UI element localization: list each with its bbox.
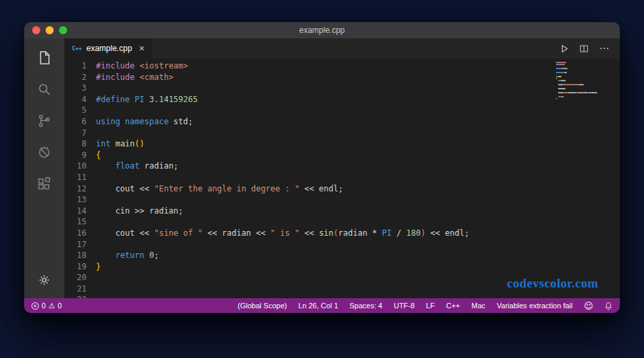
warning-count: 0: [58, 302, 62, 310]
code-line[interactable]: [96, 105, 620, 116]
more-actions-button[interactable]: ⋯: [599, 42, 609, 54]
code-line[interactable]: cout << "Enter the angle in degree : " <…: [96, 183, 620, 195]
line-number: 21: [64, 283, 87, 295]
code-lines[interactable]: #include <iostream>#include <cmath> #def…: [96, 58, 620, 298]
line-number: 11: [64, 172, 87, 183]
code-line[interactable]: [96, 294, 620, 298]
watermark: codevscolor.com: [507, 278, 598, 289]
run-button[interactable]: [560, 44, 569, 53]
status-item[interactable]: Spaces: 4: [350, 302, 382, 310]
search-icon[interactable]: [36, 81, 53, 98]
zoom-window-button[interactable]: [59, 26, 67, 34]
code-line[interactable]: cin >> radian;: [96, 206, 620, 217]
line-number: 20: [64, 272, 87, 283]
settings-gear-icon[interactable]: [36, 271, 53, 289]
problems-indicator[interactable]: ✕ 0 ⚠ 0: [32, 302, 62, 310]
line-number: 13: [64, 194, 87, 206]
code-line[interactable]: {: [96, 150, 620, 161]
source-control-icon[interactable]: [36, 112, 53, 130]
line-numbers: 12345678910111213141516171819202122: [64, 58, 96, 298]
code-line[interactable]: [96, 172, 620, 183]
code-line[interactable]: [96, 128, 620, 139]
tab-close-icon[interactable]: ✕: [139, 44, 145, 53]
editor[interactable]: 12345678910111213141516171819202122 #inc…: [64, 58, 620, 298]
tab-example-cpp[interactable]: C++ example.cpp ✕: [64, 38, 152, 58]
close-window-button[interactable]: [32, 26, 40, 34]
minimap[interactable]: [556, 62, 611, 106]
cpp-file-icon: C++: [72, 45, 82, 52]
warning-icon: ⚠: [48, 302, 55, 310]
traffic-lights: [32, 22, 67, 38]
vscode-window: example.cpp: [24, 22, 620, 313]
line-number: 7: [64, 128, 87, 139]
status-item[interactable]: Variables extraction fail: [497, 302, 573, 310]
tab-label: example.cpp: [87, 44, 132, 53]
error-icon: ✕: [32, 302, 39, 310]
code-line[interactable]: }: [96, 261, 620, 273]
line-number: 4: [64, 94, 87, 105]
status-item[interactable]: C++: [446, 302, 460, 310]
split-editor-button[interactable]: [580, 44, 588, 53]
feedback-smiley-icon[interactable]: ☺: [584, 302, 593, 310]
status-item[interactable]: UTF-8: [394, 302, 415, 310]
code-line[interactable]: #include <cmath>: [96, 72, 620, 83]
code-line[interactable]: [96, 216, 620, 228]
activity-bar: [24, 38, 64, 298]
line-number: 16: [64, 228, 87, 239]
line-number: 3: [64, 83, 87, 94]
minimize-window-button[interactable]: [46, 26, 54, 34]
status-bar: ✕ 0 ⚠ 0 (Global Scope)Ln 26, Col 1Spaces…: [24, 298, 620, 313]
explorer-icon[interactable]: [36, 49, 53, 66]
line-number: 1: [64, 60, 87, 72]
code-line[interactable]: return 0;: [96, 250, 620, 261]
line-number: 9: [64, 150, 87, 161]
line-number: 14: [64, 206, 87, 217]
code-line[interactable]: float radian;: [96, 161, 620, 172]
status-item[interactable]: Ln 26, Col 1: [299, 302, 338, 310]
run-and-debug-icon[interactable]: [36, 144, 53, 161]
line-number: 12: [64, 183, 87, 195]
line-number: 8: [64, 138, 87, 150]
code-line[interactable]: int main(): [96, 138, 620, 150]
line-number: 22: [64, 294, 87, 298]
notifications-bell-icon[interactable]: [604, 302, 612, 310]
line-number: 10: [64, 161, 87, 172]
titlebar: example.cpp: [24, 22, 620, 38]
code-line[interactable]: using namespace std;: [96, 116, 620, 128]
code-line[interactable]: cout << "sine of " << radian << " is " <…: [96, 228, 620, 239]
code-line[interactable]: #include <iostream>: [96, 60, 620, 72]
line-number: 17: [64, 239, 87, 251]
status-item[interactable]: Mac: [472, 302, 486, 310]
code-line[interactable]: #define PI 3.14159265: [96, 94, 620, 105]
status-item[interactable]: (Global Scope): [237, 302, 286, 310]
line-number: 19: [64, 261, 87, 273]
line-number: 15: [64, 216, 87, 228]
code-line[interactable]: [96, 194, 620, 206]
line-number: 6: [64, 116, 87, 128]
line-number: 18: [64, 250, 87, 261]
code-line[interactable]: [96, 239, 620, 251]
extensions-icon[interactable]: [36, 175, 53, 193]
editor-toolbar: ⋯: [560, 38, 620, 58]
line-number: 2: [64, 72, 87, 83]
tab-bar: C++ example.cpp ✕ ⋯: [64, 38, 620, 58]
error-count: 0: [42, 302, 46, 310]
line-number: 5: [64, 105, 87, 116]
code-line[interactable]: [96, 83, 620, 94]
status-item[interactable]: LF: [426, 302, 435, 310]
status-right-items: (Global Scope)Ln 26, Col 1Spaces: 4UTF-8…: [237, 302, 572, 310]
window-title: example.cpp: [299, 26, 345, 35]
